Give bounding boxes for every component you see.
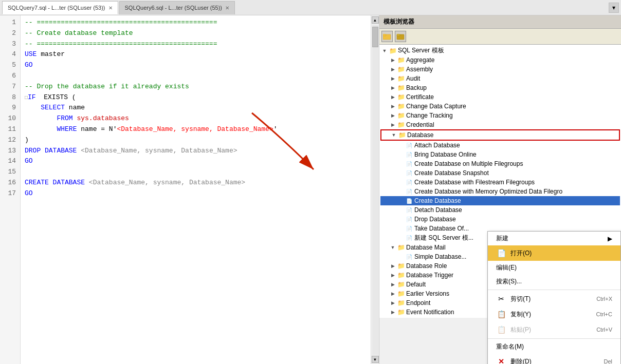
ctx-copy[interactable]: 📋 复制(Y) Ctrl+C — [488, 306, 620, 322]
label-aggregate: Aggregate — [406, 56, 434, 64]
tree-item-aggregate[interactable]: ▶📁Aggregate — [380, 55, 620, 65]
label-create-database-snapshot: Create Database Snapshot — [414, 169, 489, 177]
ctx-edit[interactable]: 编辑(E) — [488, 261, 620, 275]
tree-item-create-database-filestream[interactable]: 📄Create Database with Filestream Filegro… — [380, 178, 620, 187]
vertical-scrollbar[interactable]: ▲ ▼ — [371, 15, 379, 364]
ctx-new-label: 新建 — [496, 234, 508, 243]
scissors-icon: ✂ — [496, 294, 506, 304]
tree-root[interactable]: ▼ 📁 SQL Server 模板 — [380, 46, 620, 55]
open-icon: 📄 — [496, 248, 506, 258]
tab6-label: SQLQuery6.sql - L...ter (SQLuser (55)) — [125, 5, 223, 11]
tree-item-assembly[interactable]: ▶📁Assembly — [380, 65, 620, 74]
expand-database[interactable]: ▼ — [390, 131, 398, 139]
expand-detach-database — [397, 206, 405, 214]
expand-certificate[interactable]: ▶ — [389, 93, 397, 101]
tree-item-drop-database[interactable]: 📄Drop Database — [380, 215, 620, 224]
expand-database-role[interactable]: ▶ — [389, 262, 397, 270]
folder-icon-certificate: 📁 — [397, 93, 405, 101]
folder-icon-credential: 📁 — [397, 121, 405, 128]
folder-icon-event-notification: 📁 — [397, 309, 405, 316]
root-expand-icon[interactable]: ▼ — [380, 47, 389, 55]
ctx-delete-shortcut: Del — [604, 358, 612, 364]
tree-item-database[interactable]: ▼📁Database — [380, 129, 620, 141]
file-icon-create-database-filestream: 📄 — [405, 179, 413, 186]
file-icon-create-database: 📄 — [405, 197, 413, 204]
scroll-track[interactable] — [372, 25, 378, 355]
expand-take-database-offline — [397, 224, 405, 233]
expand-assembly[interactable]: ▶ — [389, 65, 397, 73]
ctx-rename[interactable]: 重命名(M) — [488, 340, 620, 354]
ctx-edit-label: 编辑(E) — [496, 263, 517, 272]
expand-aggregate[interactable]: ▶ — [389, 56, 397, 64]
tree-item-create-database-snapshot[interactable]: 📄Create Database Snapshot — [380, 168, 620, 178]
context-menu: 新建 ▶ 📄 打开(O) 编辑(E) 搜索(S)... ✂ 剪切(T) Ctrl… — [487, 231, 621, 364]
expand-attach-database — [397, 141, 405, 149]
tree-item-certificate[interactable]: ▶📁Certificate — [380, 92, 620, 102]
label-default: Default — [406, 281, 426, 288]
ctx-delete[interactable]: ✕ 删除(D) Del — [488, 354, 620, 364]
ctx-cut-shortcut: Ctrl+X — [596, 296, 612, 302]
toolbar-folder2-btn[interactable] — [395, 31, 406, 42]
label-credential: Credential — [406, 121, 434, 128]
tab-dropdown[interactable]: ▾ — [609, 3, 619, 13]
expand-database-trigger[interactable]: ▶ — [389, 271, 397, 279]
toolbar-folder-btn[interactable] — [381, 31, 393, 42]
code-text[interactable]: -- =====================================… — [21, 15, 371, 364]
scroll-down-btn[interactable]: ▼ — [372, 356, 379, 363]
root-label: SQL Server 模板 — [398, 46, 444, 55]
scroll-thumb[interactable] — [372, 27, 378, 47]
ctx-open-label: 打开(O) — [510, 249, 532, 258]
tab-query7[interactable]: SQLQuery7.sql - L...ter (SQLuser (53)) ✕ — [2, 1, 118, 14]
ctx-cut[interactable]: ✂ 剪切(T) Ctrl+X — [488, 291, 620, 306]
file-icon-take-database-offline: 📄 — [405, 225, 413, 232]
copy-icon: 📋 — [496, 309, 506, 319]
scroll-up-btn[interactable]: ▲ — [372, 16, 379, 24]
tree-item-change-data-capture[interactable]: ▶📁Change Data Capture — [380, 102, 620, 111]
label-backup: Backup — [406, 84, 427, 91]
ctx-delete-label: 删除(D) — [510, 357, 532, 365]
label-event-notification: Event Notification — [406, 309, 454, 316]
expand-earlier-versions[interactable]: ▶ — [389, 290, 397, 298]
tab-bar: SQLQuery7.sql - L...ter (SQLuser (53)) ✕… — [0, 0, 621, 15]
ctx-sep2 — [488, 338, 620, 339]
ctx-paste[interactable]: 📋 粘贴(P) Ctrl+V — [488, 322, 620, 337]
ctx-search[interactable]: 搜索(S)... — [488, 275, 620, 289]
label-assembly: Assembly — [406, 66, 433, 73]
expand-backup[interactable]: ▶ — [389, 84, 397, 92]
tab-query6[interactable]: SQLQuery6.sql - L...ter (SQLuser (55)) ✕ — [119, 1, 235, 14]
folder-icon-audit: 📁 — [397, 75, 405, 82]
expand-change-data-capture[interactable]: ▶ — [389, 102, 397, 110]
folder-icon-earlier-versions: 📁 — [397, 290, 405, 297]
expand-endpoint[interactable]: ▶ — [389, 299, 397, 307]
tree-item-audit[interactable]: ▶📁Audit — [380, 74, 620, 83]
tree-item-detach-database[interactable]: 📄Detach Database — [380, 205, 620, 215]
folder-icon-database: 📁 — [398, 131, 406, 139]
tree-item-credential[interactable]: ▶📁Credential — [380, 120, 620, 129]
tree-item-change-tracking[interactable]: ▶📁Change Tracking — [380, 111, 620, 120]
expand-event-notification[interactable]: ▶ — [389, 308, 397, 316]
tree-item-create-database[interactable]: 📄Create Database — [380, 196, 620, 205]
label-certificate: Certificate — [406, 93, 434, 101]
expand-change-tracking[interactable]: ▶ — [389, 111, 397, 120]
expand-audit[interactable]: ▶ — [389, 74, 397, 83]
tab6-close[interactable]: ✕ — [225, 5, 229, 11]
ctx-new[interactable]: 新建 ▶ — [488, 232, 620, 245]
delete-icon: ✕ — [496, 356, 506, 364]
tree-item-create-database-memory[interactable]: 📄Create Database with Memory Optimized D… — [380, 187, 620, 196]
label-create-database-filestream: Create Database with Filestream Filegrou… — [414, 179, 535, 186]
expand-credential[interactable]: ▶ — [389, 121, 397, 129]
tree-item-create-database-filegroups[interactable]: 📄Create Database on Multiple Filegroups — [380, 159, 620, 168]
expand-database-mail[interactable]: ▼ — [389, 243, 397, 252]
expand-default[interactable]: ▶ — [389, 280, 397, 289]
label-audit: Audit — [406, 75, 420, 82]
tree-item-attach-database[interactable]: 📄Attach Database — [380, 141, 620, 150]
ctx-copy-shortcut: Ctrl+C — [596, 311, 612, 317]
folder-icon-database-trigger: 📁 — [397, 272, 405, 279]
label-bring-database-online: Bring Database Online — [414, 151, 477, 158]
tree-item-bring-database-online[interactable]: 📄Bring Database Online — [380, 150, 620, 159]
label-detach-database: Detach Database — [414, 206, 462, 214]
tree-item-backup[interactable]: ▶📁Backup — [380, 83, 620, 92]
expand-bring-database-online — [397, 150, 405, 159]
ctx-open[interactable]: 📄 打开(O) — [488, 245, 620, 261]
tab7-close[interactable]: ✕ — [108, 5, 113, 11]
